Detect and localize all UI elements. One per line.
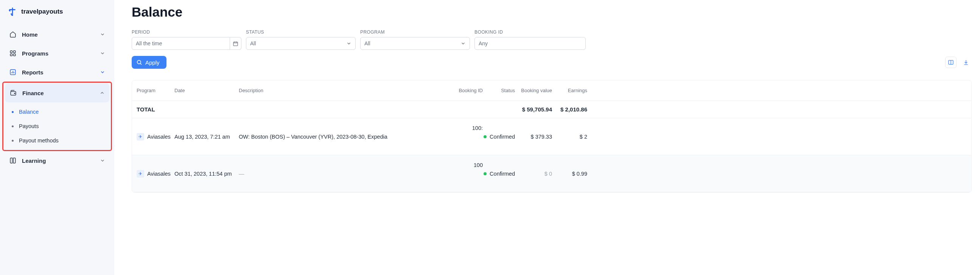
- program-select-value: All: [364, 40, 371, 46]
- columns-button[interactable]: [945, 57, 956, 68]
- cell-date: Aug 13, 2023, 7:21 am: [175, 134, 239, 140]
- program-select[interactable]: All: [360, 37, 470, 50]
- chevron-down-icon: [100, 51, 105, 56]
- chevron-down-icon: [100, 158, 105, 163]
- finance-subnav: Balance Payouts Payout methods: [5, 103, 109, 149]
- th-program: Program: [137, 88, 175, 93]
- sidebar-item-label: Home: [22, 32, 38, 38]
- sidebar-item-label: Programs: [22, 50, 48, 57]
- chevron-down-icon: [100, 32, 105, 37]
- download-icon: [963, 59, 969, 65]
- th-status: Status: [483, 88, 515, 93]
- svg-point-6: [14, 93, 15, 94]
- finance-highlight-annotation: Finance Balance Payouts Payout methods: [2, 82, 112, 151]
- calendar-button[interactable]: [230, 37, 242, 50]
- chart-icon: [9, 68, 17, 76]
- columns-icon: [948, 59, 954, 65]
- sidebar-item-finance[interactable]: Finance: [5, 84, 109, 103]
- subnav-item-label: Payout methods: [19, 138, 59, 144]
- subnav-item-balance[interactable]: Balance: [5, 104, 109, 119]
- subnav-item-payouts[interactable]: Payouts: [5, 119, 109, 133]
- cell-status: Confirmed: [483, 171, 515, 177]
- cell-earnings: $ 2: [552, 134, 587, 140]
- chevron-down-icon: [460, 41, 466, 46]
- th-booking-id: Booking ID: [438, 88, 483, 93]
- sidebar-item-programs[interactable]: Programs: [5, 44, 110, 63]
- period-input[interactable]: All the time: [132, 37, 230, 50]
- search-icon: [136, 59, 142, 65]
- program-name: Aviasales: [147, 171, 171, 177]
- subnav-item-label: Balance: [19, 109, 38, 115]
- status-select[interactable]: All: [246, 37, 356, 50]
- program-name: Aviasales: [147, 134, 171, 140]
- filter-label: PROGRAM: [360, 30, 470, 35]
- program-icon: ✈: [137, 133, 144, 141]
- booking-id-input[interactable]: Any: [474, 37, 586, 50]
- table-header-row: Program Date Description Booking ID Stat…: [132, 81, 971, 101]
- cell-program: ✈ Aviasales: [137, 170, 175, 177]
- calendar-icon: [233, 41, 239, 46]
- period-input-placeholder: All the time: [136, 40, 162, 46]
- cell-booking-id: 100: [438, 155, 483, 168]
- status-dot-icon: [484, 172, 487, 175]
- status-select-value: All: [250, 40, 256, 46]
- th-earnings: Earnings: [552, 88, 587, 93]
- book-icon: [9, 157, 17, 164]
- chevron-down-icon: [346, 41, 352, 46]
- bullet-icon: [12, 125, 14, 127]
- apply-button-label: Apply: [145, 59, 160, 66]
- sidebar: travelpayouts Home Programs Reports: [0, 0, 114, 275]
- status-dot-icon: [484, 135, 487, 138]
- svg-rect-2: [10, 54, 12, 56]
- download-button[interactable]: [960, 57, 972, 68]
- program-icon: ✈: [137, 170, 144, 177]
- apply-button[interactable]: Apply: [132, 56, 167, 69]
- cell-program: ✈ Aviasales: [137, 133, 175, 141]
- cell-booking-value: $ 0: [515, 171, 552, 177]
- svg-rect-7: [234, 42, 238, 46]
- sidebar-item-learning[interactable]: Learning: [5, 151, 110, 170]
- bullet-icon: [12, 140, 14, 142]
- th-date: Date: [175, 88, 239, 93]
- page-title: Balance: [132, 5, 972, 20]
- sidebar-item-label: Finance: [22, 90, 44, 96]
- sidebar-item-reports[interactable]: Reports: [5, 63, 110, 82]
- table-row[interactable]: ✈ Aviasales Aug 13, 2023, 7:21 am OW: Bo…: [132, 118, 971, 155]
- cell-description: OW: Boston (BOS) – Vancouver (YVR), 2023…: [239, 134, 438, 140]
- cell-description: —: [239, 171, 438, 177]
- wallet-icon: [10, 89, 17, 97]
- filter-status: STATUS All: [246, 30, 356, 50]
- cell-booking-id: 100:: [438, 118, 483, 131]
- table-total-row: TOTAL $ 59,705.94 $ 2,010.86: [132, 101, 971, 118]
- th-description: Description: [239, 88, 438, 93]
- svg-rect-1: [14, 51, 16, 52]
- brand[interactable]: travelpayouts: [5, 5, 110, 25]
- table-row[interactable]: ✈ Aviasales Oct 31, 2023, 11:54 pm — 100…: [132, 155, 971, 192]
- bullet-icon: [12, 111, 14, 113]
- brand-logo-icon: [8, 7, 18, 17]
- total-label: TOTAL: [137, 106, 175, 112]
- chevron-up-icon: [100, 90, 105, 96]
- filter-program: PROGRAM All: [360, 30, 470, 50]
- subnav-item-payout-methods[interactable]: Payout methods: [5, 133, 109, 148]
- balance-table: Program Date Description Booking ID Stat…: [132, 80, 972, 193]
- filters-row: PERIOD All the time STATUS All: [132, 30, 972, 50]
- filter-booking-id: BOOKING ID Any: [474, 30, 586, 50]
- actions-row: Apply: [132, 56, 972, 69]
- grid-icon: [9, 49, 17, 57]
- sidebar-item-home[interactable]: Home: [5, 25, 110, 44]
- cell-booking-value: $ 379.33: [515, 134, 552, 140]
- cell-earnings: $ 0.99: [552, 171, 587, 177]
- sidebar-item-label: Reports: [22, 69, 43, 76]
- svg-rect-0: [10, 51, 12, 52]
- status-text: Confirmed: [490, 171, 515, 177]
- subnav-item-label: Payouts: [19, 123, 38, 129]
- cell-date: Oct 31, 2023, 11:54 pm: [175, 171, 239, 177]
- cell-status: Confirmed: [483, 134, 515, 140]
- main-content: Balance PERIOD All the time STATUS All: [114, 0, 980, 275]
- filter-label: STATUS: [246, 30, 356, 35]
- sidebar-item-label: Learning: [22, 158, 46, 164]
- status-text: Confirmed: [490, 134, 515, 140]
- filter-label: BOOKING ID: [474, 30, 586, 35]
- svg-rect-3: [14, 54, 16, 56]
